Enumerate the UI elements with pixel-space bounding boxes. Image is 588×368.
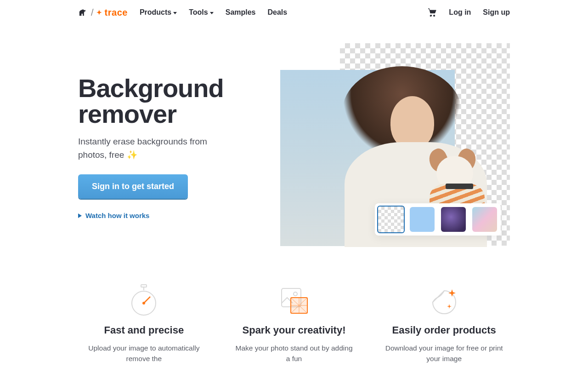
nav-tools[interactable]: Tools: [189, 8, 213, 17]
signup-label: Sign up: [483, 8, 510, 17]
nav-tools-label: Tools: [189, 8, 208, 17]
hero: Background remover Instantly erase backg…: [78, 25, 510, 219]
nav-products[interactable]: Products: [140, 8, 177, 17]
nav-left: / ✦ trace Products Tools Samples Deals: [78, 7, 287, 18]
watch-label: Watch how it works: [85, 212, 149, 219]
horse-icon: [78, 8, 88, 17]
chevron-down-icon: [173, 12, 177, 14]
signup-link[interactable]: Sign up: [483, 8, 510, 17]
login-label: Log in: [449, 8, 471, 17]
page-title: Background remover: [78, 75, 262, 127]
svg-point-0: [430, 15, 432, 16]
feature-desc: Upload your image to automatically remov…: [83, 343, 205, 364]
nav-samples[interactable]: Samples: [226, 8, 256, 17]
play-icon: [78, 213, 82, 218]
logo-text: trace: [105, 7, 128, 18]
svg-point-6: [142, 302, 145, 305]
nav-products-label: Products: [140, 8, 171, 17]
swatch-galaxy[interactable]: [441, 207, 466, 232]
cart-icon[interactable]: [428, 8, 437, 17]
hero-image-area: [280, 43, 510, 219]
logo-slash: /: [91, 7, 94, 18]
nav-samples-label: Samples: [226, 8, 256, 17]
chevron-down-icon: [210, 12, 214, 14]
feature-order: Easily order products Download your imag…: [378, 284, 510, 364]
sparkle-icon: ✦: [96, 9, 102, 16]
svg-point-1: [434, 15, 435, 16]
watch-how-link[interactable]: Watch how it works: [78, 212, 262, 219]
hero-content: Background remover Instantly erase backg…: [78, 43, 262, 219]
swatch-transparent[interactable]: [377, 206, 405, 233]
feature-title: Fast and precise: [83, 324, 205, 336]
top-nav: / ✦ trace Products Tools Samples Deals: [78, 0, 510, 25]
hero-subtitle: Instantly erase backgrounds from photos,…: [78, 135, 225, 161]
sticker-sparkle-icon: [383, 284, 505, 316]
stopwatch-icon: [83, 284, 205, 316]
svg-rect-2: [141, 285, 147, 287]
signin-cta-button[interactable]: Sign in to get started: [78, 174, 188, 199]
feature-title: Easily order products: [383, 324, 505, 336]
feature-title: Spark your creativity!: [233, 324, 356, 336]
feature-creativity: Spark your creativity! Make your photo s…: [228, 284, 360, 364]
nav-right: Log in Sign up: [428, 8, 510, 17]
background-swatches: [375, 203, 501, 236]
feature-desc: Make your photo stand out by adding a fu…: [233, 343, 356, 364]
images-icon: [233, 284, 356, 316]
login-link[interactable]: Log in: [449, 8, 471, 17]
feature-desc: Download your image for free or print yo…: [383, 343, 505, 364]
logo[interactable]: / ✦ trace: [78, 7, 128, 18]
nav-deals-label: Deals: [268, 8, 288, 17]
feature-fast: Fast and precise Upload your image to au…: [78, 284, 210, 364]
swatch-pastel[interactable]: [472, 207, 497, 232]
swatch-blue[interactable]: [410, 207, 435, 232]
nav-deals[interactable]: Deals: [268, 8, 288, 17]
